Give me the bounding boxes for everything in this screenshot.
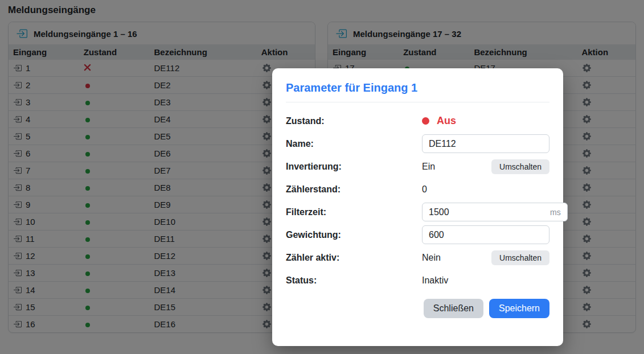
zustand-value: Aus: [437, 115, 456, 127]
gewichtung-input[interactable]: [422, 225, 549, 244]
field-row-zaehler-aktiv: Zähler aktiv: Nein Umschalten: [286, 248, 549, 267]
field-row-status: Status: Inaktiv: [286, 271, 549, 290]
name-input[interactable]: [422, 134, 549, 153]
zaehlerstand-value: 0: [422, 184, 427, 195]
zaehler-aktiv-value: Nein: [422, 253, 441, 263]
modal-title: Parameter für Eingang 1: [286, 81, 549, 94]
field-label: Zustand:: [286, 116, 422, 126]
filterzeit-input[interactable]: [429, 207, 547, 217]
filterzeit-unit: ms: [550, 208, 561, 217]
field-label: Zähler aktiv:: [286, 253, 422, 263]
field-row-filterzeit: Filterzeit: ms: [286, 203, 549, 221]
field-label: Status:: [286, 275, 422, 286]
status-dot-icon: [422, 117, 429, 125]
field-row-invertierung: Invertierung: Ein Umschalten: [286, 157, 549, 176]
field-label: Filterzeit:: [286, 207, 422, 217]
divider: [286, 102, 549, 102]
field-row-gewichtung: Gewichtung:: [286, 225, 549, 244]
field-label: Gewichtung:: [286, 230, 422, 240]
invertierung-toggle-button[interactable]: Umschalten: [491, 159, 549, 174]
parameter-dialog: Parameter für Eingang 1 Zustand: Aus Nam…: [272, 68, 563, 346]
field-label: Zählerstand:: [286, 184, 422, 195]
close-button[interactable]: Schließen: [424, 299, 483, 318]
field-label: Name:: [286, 139, 422, 149]
status-value: Inaktiv: [422, 275, 448, 286]
modal-footer: Schließen Speichern: [286, 299, 549, 318]
field-row-zaehlerstand: Zählerstand: 0: [286, 180, 549, 199]
zaehler-aktiv-toggle-button[interactable]: Umschalten: [491, 250, 549, 265]
field-row-name: Name:: [286, 134, 549, 153]
invertierung-value: Ein: [422, 162, 435, 172]
field-label: Invertierung:: [286, 162, 422, 172]
field-row-zustand: Zustand: Aus: [286, 112, 549, 130]
save-button[interactable]: Speichern: [489, 299, 549, 318]
